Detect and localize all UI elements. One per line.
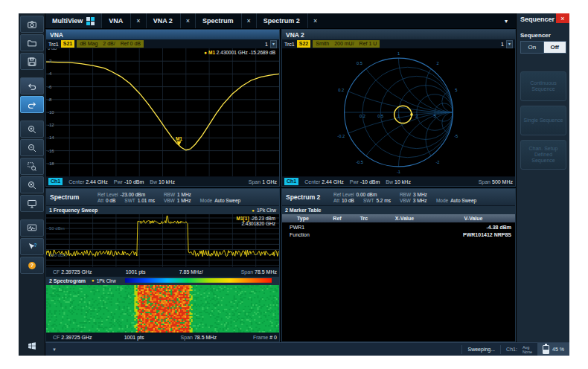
window-title: 1 Frequency Sweep	[49, 208, 98, 213]
ref-level-label: Ref Level	[333, 192, 354, 197]
zoom-in-button[interactable]	[20, 121, 44, 138]
cell-v-value: PWR101412 NRP8S	[428, 232, 515, 237]
softkey-continuous-sequence[interactable]: Continuous Sequence	[520, 71, 566, 101]
softkey-chan-setup-defined-sequence[interactable]: Chan. Setup Defined Sequence	[520, 140, 566, 170]
cell-type: Function	[282, 232, 331, 237]
tab-multiview[interactable]: MultiView	[45, 13, 101, 28]
bullet-icon: ●	[252, 208, 255, 213]
trace-selector[interactable]: 1 ▾	[501, 40, 513, 48]
zoom-off-button[interactable]	[20, 176, 44, 193]
svg-text:5: 5	[434, 114, 436, 118]
marker-table-header: Type Ref Trc X-Value V-Value	[282, 214, 515, 223]
s-parameter-badge[interactable]: S22	[297, 40, 310, 48]
average-status: Avg None	[523, 345, 532, 354]
spectrogram-title-bar[interactable]: 2 Spectrogram ●1Pk Clrw	[46, 276, 279, 285]
att-value: 0 dB	[106, 198, 115, 203]
marker-name: M1[1]	[237, 216, 249, 221]
zoom-out-icon	[27, 143, 37, 153]
cursor-help-icon: ?	[27, 242, 37, 252]
status-divider	[500, 345, 501, 354]
display-config-button[interactable]	[20, 195, 44, 212]
sequencer-onoff-toggle: On Off	[520, 41, 566, 54]
channel-badge[interactable]: Ch1	[284, 178, 298, 185]
panel-title[interactable]: Spectrum 2	[286, 193, 325, 201]
frequency-sweep-chart[interactable]: -50 dBm-100 dBm M1[1] -26.23 dBm 2.43018…	[46, 214, 279, 267]
sequencer-off-button[interactable]: Off	[544, 42, 566, 53]
trace-selector[interactable]: 1 ▾	[265, 40, 277, 48]
trace-format-label: Smith	[316, 40, 329, 48]
main-area: VNA Trc1 S21 dB Mag 2 dB/ Ref 0 dB 1 ▾ 0…	[45, 29, 516, 342]
header-col-mode: ModeAuto Sweep	[436, 192, 476, 203]
tab-close-icon[interactable]: ×	[307, 13, 322, 28]
tab-spectrum2[interactable]: Spectrum 2 ×	[256, 13, 322, 28]
windows-button[interactable]	[21, 338, 43, 353]
span-label: Span	[241, 269, 253, 275]
smith-chart[interactable]: 0.20.51250.20.5125-0.2-0.5-1-2-5	[282, 48, 515, 176]
spectrogram-chart[interactable]	[46, 285, 279, 333]
trace-format: Smith 200 mU/ Ref 1 U	[313, 40, 380, 48]
legend-text: 1Pk Clrw	[257, 208, 276, 213]
trace-scale: 200 mU/	[334, 40, 354, 48]
bullet-icon: ●	[92, 278, 95, 283]
trace-name[interactable]: Trc1	[48, 42, 59, 47]
vna2-footer: Ch1 Center2.44 GHz Pwr-10 dBm Bw10 kHz S…	[282, 176, 515, 186]
tab-close-icon[interactable]: ×	[130, 13, 145, 28]
center-label: Center	[68, 179, 84, 184]
tab-vna2[interactable]: VNA 2 ×	[146, 13, 195, 28]
panel-title[interactable]: Spectrum	[50, 193, 89, 201]
status-collapse-chevron-icon[interactable]: ▾	[48, 347, 60, 353]
panel-vna2: VNA 2 Trc1 S22 Smith 200 mU/ Ref 1 U 1 ▾…	[281, 29, 516, 187]
sequencer-on-button[interactable]: On	[521, 42, 544, 53]
tab-vna[interactable]: VNA ×	[101, 13, 145, 28]
marker-triangle-icon	[176, 141, 181, 146]
svg-text:2: 2	[436, 61, 438, 65]
column-trc: Trc	[351, 216, 377, 221]
marker-level: -26.23 dBm	[250, 216, 275, 221]
tab-list-dropdown[interactable]: ▾	[496, 13, 516, 28]
vna-chart[interactable]: 0 dB-2-4-6-8-10-12-14-16-18 ● M1 2.43000…	[46, 48, 279, 176]
vbw-label: VBW	[164, 198, 175, 203]
close-icon[interactable]: ×	[556, 13, 569, 23]
zoom-area-icon	[27, 161, 37, 172]
span-value: 78.5 MHz	[255, 269, 277, 275]
column-v-value: V-Value	[432, 216, 515, 221]
waveform-button[interactable]	[20, 219, 44, 237]
span-label: Span	[249, 179, 261, 184]
trace-format-label: dB Mag	[80, 40, 98, 48]
marker-frequency: 2.4301820 GHz	[241, 221, 275, 226]
panel-spectrum2: Spectrum 2 Ref Level0.00 dBm Att10 dBSWT…	[281, 188, 516, 342]
tab-spectrum[interactable]: Spectrum ×	[195, 13, 256, 28]
softkey-single-sequence[interactable]: Single Sequence	[520, 106, 566, 135]
zoom-area-button[interactable]	[20, 158, 44, 175]
trace-name[interactable]: Trc1	[284, 42, 295, 47]
chevron-down-icon[interactable]: ▾	[506, 40, 513, 48]
marker-table-title-bar[interactable]: 2 Marker Table	[282, 205, 515, 214]
redo-button[interactable]	[20, 96, 44, 113]
tab-close-icon[interactable]: ×	[241, 13, 256, 28]
channel-badge[interactable]: Ch1	[48, 178, 63, 185]
marker-m1[interactable]: M1	[176, 136, 182, 146]
svg-text:5: 5	[455, 88, 457, 92]
tab-label: Spectrum 2	[257, 13, 307, 28]
att-value: 10 dB	[342, 198, 354, 203]
chevron-down-icon[interactable]: ▾	[270, 40, 277, 48]
screenshot-button[interactable]	[20, 16, 44, 33]
tab-close-icon[interactable]: ×	[180, 13, 195, 28]
help-button[interactable]: ?	[20, 257, 44, 274]
context-help-button[interactable]: ?	[20, 238, 44, 255]
panel-title[interactable]: VNA 2	[282, 30, 515, 39]
span-label: Span	[181, 335, 193, 340]
display-icon	[27, 199, 37, 209]
open-button[interactable]	[20, 34, 44, 51]
undo-button[interactable]	[20, 77, 44, 94]
bullet-icon: ●	[204, 50, 207, 55]
s-parameter-badge[interactable]: S21	[61, 40, 74, 48]
save-button[interactable]	[20, 53, 44, 70]
cf-label: CF	[53, 269, 60, 275]
panel-title[interactable]: VNA	[46, 30, 279, 39]
sequencer-section-label: Sequencer	[520, 32, 566, 39]
frequency-sweep-title-bar[interactable]: 1 Frequency Sweep ●1Pk Clrw	[46, 205, 279, 214]
zoom-out-button[interactable]	[20, 139, 44, 156]
cf-value: 2.39725 GHz	[61, 269, 92, 275]
svg-text:1: 1	[397, 51, 400, 56]
